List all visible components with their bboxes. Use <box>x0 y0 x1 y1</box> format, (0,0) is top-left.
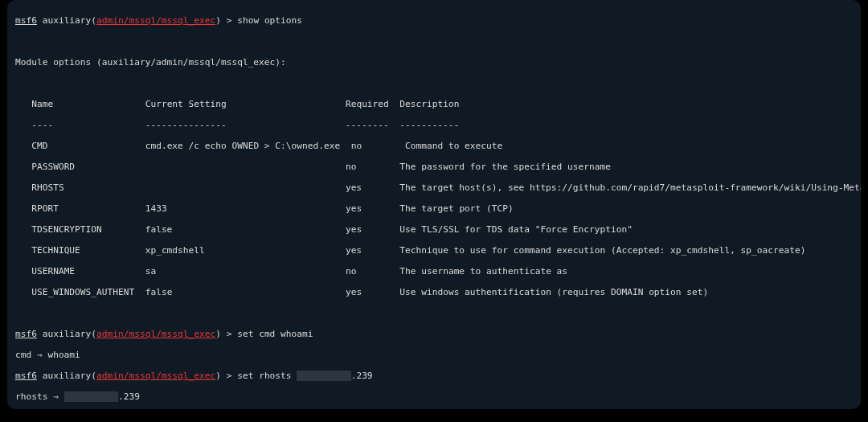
prompt-msf6: msf6 <box>15 15 37 26</box>
redacted-ip <box>297 371 350 381</box>
blank-line <box>15 78 853 88</box>
prompt-line-show-options: msf6 auxiliary(admin/mssql/mssql_exec) >… <box>15 15 853 26</box>
prompt-line-set-cmd: msf6 auxiliary(admin/mssql/mssql_exec) >… <box>15 329 853 339</box>
option-row: TECHNIQUE xp_cmdshell yes Technique to u… <box>15 245 853 256</box>
blank-line <box>15 308 853 318</box>
options-header-row: Name Current Setting Required Descriptio… <box>15 99 853 109</box>
cmd-set-cmd: set cmd whoami <box>237 329 313 339</box>
option-row: PASSWORD no The password for the specifi… <box>15 162 853 172</box>
option-row: TDSENCRYPTION false yes Use TLS/SSL for … <box>15 224 853 235</box>
cmd-show-options: show options <box>237 15 302 26</box>
terminal-window[interactable]: msf6 auxiliary(admin/mssql/mssql_exec) >… <box>7 0 861 409</box>
col-description: Description <box>399 99 459 109</box>
option-row: RPORT 1433 yes The target port (TCP) <box>15 203 853 214</box>
prompt-module: admin/mssql/mssql_exec <box>96 15 215 26</box>
feedback-rhosts: rhosts ⇒ .239 <box>15 391 853 402</box>
col-required: Required <box>346 99 389 109</box>
col-current: Current Setting <box>145 99 227 109</box>
col-name: Name <box>31 99 53 109</box>
prompt-line-set-rhosts: msf6 auxiliary(admin/mssql/mssql_exec) >… <box>15 371 853 381</box>
option-row: USE_WINDOWS_AUTHENT false yes Use window… <box>15 287 853 297</box>
blank-line <box>15 36 853 47</box>
option-row: CMD cmd.exe /c echo OWNED > C:\owned.exe… <box>15 141 853 151</box>
option-row: USERNAME sa no The username to authentic… <box>15 266 853 277</box>
module-options-header: Module options (auxiliary/admin/mssql/ms… <box>15 57 853 68</box>
redacted-ip <box>64 391 118 402</box>
options-underline-row: ---- --------------- -------- ----------… <box>15 120 853 130</box>
feedback-cmd: cmd ⇒ whoami <box>15 350 853 360</box>
option-row: RHOSTS yes The target host(s), see https… <box>15 182 853 193</box>
